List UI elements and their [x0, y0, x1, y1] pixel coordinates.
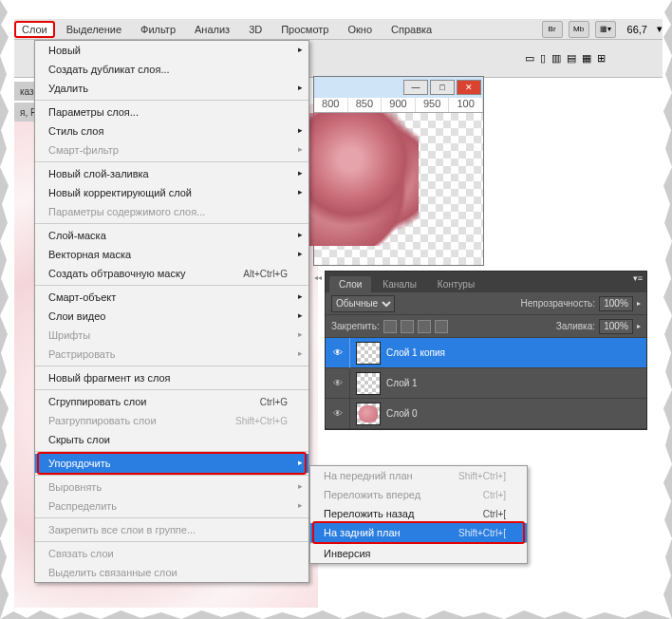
tab-channels[interactable]: Каналы	[373, 276, 426, 292]
bow-image	[305, 113, 419, 246]
lock-all-icon[interactable]	[435, 320, 448, 333]
menu-window[interactable]: Окно	[340, 21, 380, 38]
arrange-submenu: На передний планShift+Ctrl+]Переложить в…	[309, 465, 528, 564]
menu-item-10: Параметры содержимого слоя...	[35, 202, 308, 221]
lock-transparency-icon[interactable]	[383, 320, 397, 333]
menu-label: Создать обтравочную маску	[48, 268, 243, 279]
menu-layers[interactable]: Слои	[14, 21, 55, 38]
fill-input[interactable]	[599, 319, 633, 334]
menu-item-2[interactable]: Удалить	[35, 79, 308, 98]
maximize-button[interactable]: □	[430, 80, 455, 95]
layer-row[interactable]: 👁Слой 1	[326, 368, 646, 399]
zoom-arrow-icon[interactable]: ▾	[657, 23, 663, 35]
shortcut: Ctrl+G	[260, 397, 288, 407]
opacity-input[interactable]	[599, 296, 633, 311]
menu-label: Выровнять	[48, 481, 288, 493]
menu-item-13[interactable]: Векторная маска	[35, 245, 308, 264]
layer-thumbnail[interactable]	[356, 372, 381, 395]
menu-help[interactable]: Справка	[383, 21, 439, 38]
bridge-button[interactable]: Br	[542, 21, 563, 38]
menu-item-25[interactable]: Скрыть слои	[35, 430, 308, 449]
menu-item-12[interactable]: Слой-маска	[35, 226, 308, 245]
layers-menu: НовыйСоздать дубликат слоя...УдалитьПара…	[34, 40, 309, 583]
shortcut: Shift+Ctrl+G	[235, 416, 288, 426]
panel-menu-icon[interactable]: ▾≡	[633, 273, 643, 283]
submenu-item-3[interactable]: На задний планShift+Ctrl+[	[310, 523, 527, 542]
menu-item-9[interactable]: Новый корректирующий слой	[35, 183, 308, 202]
menu-item-17[interactable]: Слои видео	[35, 307, 308, 326]
tab-layers[interactable]: Слои	[329, 276, 371, 292]
lock-label: Закрепить:	[331, 321, 380, 331]
arrange-icon-2[interactable]: ▯	[540, 52, 546, 65]
layer-name: Слой 0	[386, 408, 641, 419]
menu-item-32: Закрепить все слои в группе...	[35, 520, 308, 539]
menu-item-8[interactable]: Новый слой-заливка	[35, 164, 308, 183]
submenu-label: Переложить вперед	[324, 489, 483, 500]
submenu-label: На задний план	[324, 527, 458, 538]
arrange-icon-4[interactable]: ▤	[567, 52, 576, 65]
menu-item-18: Шрифты	[35, 326, 308, 345]
menubar: Слои Выделение Фильтр Анализ 3D Просмотр…	[14, 19, 663, 40]
layer-row[interactable]: 👁Слой 0	[326, 399, 646, 429]
screen-mode-button[interactable]: ▦▾	[595, 21, 616, 38]
arrange-icon-3[interactable]: ▥	[551, 52, 561, 65]
fill-arrow-icon[interactable]: ▸	[637, 322, 641, 330]
menu-analysis[interactable]: Анализ	[187, 21, 237, 38]
visibility-icon[interactable]: 👁	[326, 338, 350, 368]
horizontal-ruler: 800850900950100	[314, 98, 483, 113]
mb-button[interactable]: Mb	[569, 21, 589, 38]
document-window: — □ ✕ 800850900950100	[313, 76, 484, 266]
visibility-icon[interactable]: 👁	[326, 368, 350, 399]
submenu-label: На передний план	[324, 470, 458, 481]
arrange-icon-6[interactable]: ⊞	[597, 52, 606, 65]
layer-thumbnail[interactable]	[356, 403, 381, 425]
menu-label: Удалить	[48, 83, 288, 94]
menu-label: Новый фрагмент из слоя	[48, 372, 288, 384]
menu-item-6: Смарт-фильтр	[35, 141, 308, 159]
opacity-label: Непрозрачность:	[520, 298, 595, 309]
menu-label: Скрыть слои	[48, 434, 288, 445]
menu-item-27[interactable]: Упорядочить	[35, 454, 308, 473]
submenu-item-2[interactable]: Переложить назадCtrl+[	[310, 504, 527, 523]
menu-item-23[interactable]: Сгруппировать слоиCtrl+G	[35, 392, 308, 411]
tab-paths[interactable]: Контуры	[428, 276, 484, 292]
layer-name: Слой 1	[386, 378, 641, 388]
submenu-item-5[interactable]: Инверсия	[310, 544, 527, 563]
blend-mode-select[interactable]: Обычные	[331, 295, 395, 312]
lock-brush-icon[interactable]	[401, 320, 414, 333]
menu-label: Создать дубликат слоя...	[48, 64, 288, 75]
opacity-arrow-icon[interactable]: ▸	[637, 299, 641, 308]
shortcut: Shift+Ctrl+]	[458, 471, 506, 481]
menu-select[interactable]: Выделение	[59, 21, 129, 38]
menu-3d[interactable]: 3D	[241, 21, 270, 38]
shortcut: Alt+Ctrl+G	[243, 269, 288, 279]
arrange-icon[interactable]: ▭	[525, 52, 534, 65]
menu-label: Растрировать	[48, 348, 288, 360]
zoom-value[interactable]: 66,7	[627, 24, 647, 35]
collapse-icon[interactable]: ◂◂	[314, 273, 322, 282]
menu-filter[interactable]: Фильтр	[133, 21, 183, 38]
menu-item-5[interactable]: Стиль слоя	[35, 122, 308, 141]
menu-label: Параметры слоя...	[48, 106, 288, 118]
menu-item-30: Распределить	[35, 497, 308, 516]
menu-item-0[interactable]: Новый	[35, 41, 308, 60]
shortcut: Ctrl+]	[483, 490, 506, 500]
menu-item-16[interactable]: Смарт-объект	[35, 288, 308, 307]
menu-label: Выделить связанные слои	[48, 567, 288, 578]
arrange-icon-5[interactable]: ▦	[582, 52, 591, 65]
menu-label: Связать слои	[48, 548, 288, 559]
menu-item-1[interactable]: Создать дубликат слоя...	[35, 60, 308, 79]
visibility-icon[interactable]: 👁	[326, 399, 350, 429]
lock-move-icon[interactable]	[418, 320, 431, 333]
close-button[interactable]: ✕	[457, 80, 481, 95]
minimize-button[interactable]: —	[403, 80, 428, 95]
layer-thumbnail[interactable]	[356, 342, 381, 365]
layer-row[interactable]: 👁Слой 1 копия	[326, 338, 646, 368]
canvas[interactable]	[314, 113, 483, 265]
submenu-label: Переложить назад	[324, 508, 483, 519]
menu-view[interactable]: Просмотр	[273, 21, 336, 38]
menu-label: Смарт-объект	[48, 291, 288, 303]
menu-item-21[interactable]: Новый фрагмент из слоя	[35, 368, 308, 387]
menu-item-14[interactable]: Создать обтравочную маскуAlt+Ctrl+G	[35, 264, 308, 283]
menu-item-4[interactable]: Параметры слоя...	[35, 103, 308, 122]
